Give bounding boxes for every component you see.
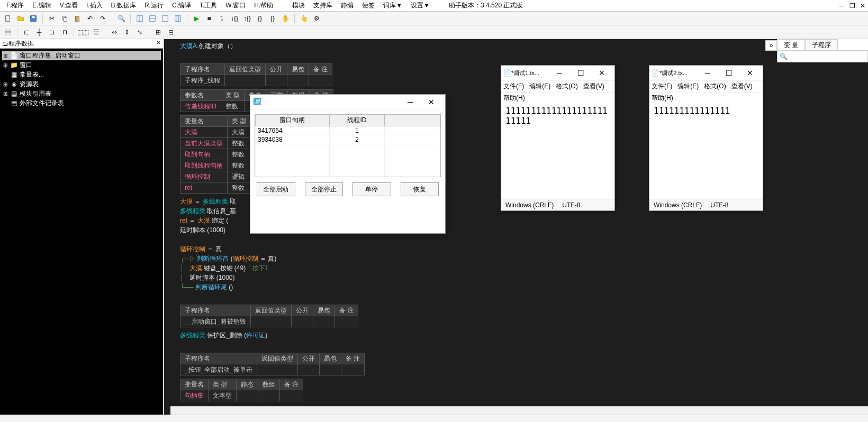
step-into-icon[interactable]: ↓{} xyxy=(229,13,240,24)
notepad2-titlebar[interactable]: 📄 *调试2.tx... ─ ☐ ✕ xyxy=(649,66,763,80)
minimize-icon[interactable]: ─ xyxy=(837,1,846,11)
tab-subs[interactable]: 子程序 xyxy=(805,39,838,50)
menu-dict[interactable]: 词库▼ xyxy=(379,0,406,11)
menu-edit[interactable]: E.编辑 xyxy=(28,0,55,11)
menu-support[interactable]: 支持库 xyxy=(309,0,337,11)
tree-item-moduleref[interactable]: ⊞ ▤ 模块引用表 xyxy=(2,89,161,98)
dialog-minimize-icon[interactable]: ─ xyxy=(400,95,421,109)
size-h-icon[interactable]: ⇕ xyxy=(121,26,133,38)
notepad1-body[interactable]: 1111111111111111111111111 xyxy=(501,104,614,199)
notepad-menu-edit[interactable]: 编辑(E) xyxy=(677,82,699,91)
table-row[interactable]: 39340382 xyxy=(256,135,440,144)
notepad1-maximize-icon[interactable]: ☐ xyxy=(570,66,591,80)
layout4-icon[interactable] xyxy=(172,13,184,24)
stop-all-button[interactable]: 全部停止 xyxy=(305,182,343,196)
layout2-icon[interactable] xyxy=(147,13,158,24)
center-v-icon[interactable]: ⊟ xyxy=(165,26,177,38)
align-top-icon[interactable]: ⊓ xyxy=(59,26,70,38)
align1-icon[interactable] xyxy=(2,26,14,38)
tree-expand-icon[interactable]: ⊞ xyxy=(3,53,10,59)
notepad-menu-view[interactable]: 查看(V) xyxy=(731,82,753,91)
dialog-titlebar[interactable]: 易 ─ ✕ xyxy=(250,95,445,109)
layout3-icon[interactable] xyxy=(159,13,171,24)
layout1-icon[interactable] xyxy=(134,13,146,24)
notepad2-close-icon[interactable]: ✕ xyxy=(739,66,761,80)
notepad-menu-edit[interactable]: 编辑(E) xyxy=(529,82,550,91)
center-h-icon[interactable]: ⊞ xyxy=(152,26,164,38)
notepad2-minimize-icon[interactable]: ─ xyxy=(697,66,718,80)
notepad2-body[interactable]: 111111111111111 xyxy=(649,104,763,199)
notepad-menu-help[interactable]: 帮助(H) xyxy=(652,94,673,103)
gear-icon[interactable]: ⚙ xyxy=(311,13,322,24)
table-row[interactable]: 34176541 xyxy=(256,126,440,135)
menu-help[interactable]: H.帮助 xyxy=(250,0,277,11)
menu-static[interactable]: 静编 xyxy=(337,0,358,11)
menu-run[interactable]: R.运行 xyxy=(140,0,168,11)
paste-icon[interactable] xyxy=(71,13,83,24)
step-out-icon[interactable]: ↑{} xyxy=(241,13,253,24)
menu-database[interactable]: B.数据库 xyxy=(107,0,140,11)
notepad1-titlebar[interactable]: 📄 *调试1.tx... ─ ☐ ✕ xyxy=(501,66,614,80)
redo-icon[interactable]: ↷ xyxy=(97,13,108,24)
tree-item-const[interactable]: ▦ 常量表... xyxy=(2,70,161,79)
tree-expand-icon[interactable]: ⊞ xyxy=(3,62,10,68)
tree-expand-icon[interactable]: ⊞ xyxy=(3,81,10,87)
cut-icon[interactable]: ✂ xyxy=(46,13,58,24)
menu-compile[interactable]: C.编译 xyxy=(168,0,195,11)
notepad-menu-help[interactable]: 帮助(H) xyxy=(503,94,525,103)
menu-window[interactable]: W.窗口 xyxy=(221,0,250,11)
menu-program[interactable]: F.程序 xyxy=(2,0,28,11)
align-right-icon[interactable]: ⊐ xyxy=(46,26,58,38)
close-icon[interactable]: ✕ xyxy=(858,1,867,11)
tree-expand-icon[interactable]: ⊞ xyxy=(3,91,10,97)
hand-icon[interactable]: ✋ xyxy=(279,13,291,24)
tree-item-window[interactable]: ⊞ 📁 窗口 xyxy=(2,60,161,70)
notepad-menu-file[interactable]: 文件(F) xyxy=(652,82,672,91)
horizontal-scrollbar[interactable] xyxy=(170,406,868,415)
tool1-icon[interactable]: 👆 xyxy=(298,13,310,24)
open-file-icon[interactable] xyxy=(15,13,26,24)
align-left-icon[interactable]: ⊏ xyxy=(21,26,32,38)
dialog-close-icon[interactable]: ✕ xyxy=(421,95,442,109)
run-icon[interactable]: ▶ xyxy=(191,13,202,24)
menu-note[interactable]: 便签 xyxy=(358,0,379,11)
resume-button[interactable]: 恢复 xyxy=(401,182,439,196)
size-w-icon[interactable]: ⇔ xyxy=(108,26,120,38)
notepad1-close-icon[interactable]: ✕ xyxy=(591,66,612,80)
step-over-icon[interactable]: ⤵ xyxy=(216,13,228,24)
notepad-menu-view[interactable]: 查看(V) xyxy=(583,82,604,91)
find-icon[interactable]: 🔍 xyxy=(115,13,127,24)
menu-insert[interactable]: I.插入 xyxy=(82,0,107,11)
menu-module[interactable]: 模块 xyxy=(288,0,309,11)
tree-item-extfile[interactable]: ▤ 外部文件记录表 xyxy=(2,98,161,108)
notepad-menu-format[interactable]: 格式(O) xyxy=(556,82,577,91)
stop-icon[interactable]: ■ xyxy=(203,13,215,24)
tab-variables[interactable]: 变 量 xyxy=(777,39,805,50)
tree-item-winprogset[interactable]: ⊞ 📄 窗口程序集_启动窗口 xyxy=(2,51,161,60)
breakpoint2-icon[interactable]: {} xyxy=(267,13,278,24)
dist-v-icon[interactable]: ☷ xyxy=(90,26,102,38)
right-collapse-button[interactable]: » xyxy=(765,40,777,51)
notepad2-maximize-icon[interactable]: ☐ xyxy=(718,66,739,80)
notepad-menu-format[interactable]: 格式(O) xyxy=(704,82,726,91)
panel-close-icon[interactable]: ✕ xyxy=(155,40,162,45)
maximize-icon[interactable]: ❐ xyxy=(847,1,857,11)
menu-view[interactable]: V.查看 xyxy=(56,0,82,11)
dialog-table-wrap[interactable]: 窗口句柄线程ID 34176541 39340382 xyxy=(255,114,441,177)
copy-icon[interactable] xyxy=(59,13,70,24)
size-both-icon[interactable]: ⤡ xyxy=(134,26,146,38)
new-file-icon[interactable] xyxy=(2,13,14,24)
dist-h-icon[interactable]: ⬚⬚ xyxy=(77,26,89,38)
right-search[interactable]: 🔍 xyxy=(777,51,868,62)
single-stop-button[interactable]: 单停 xyxy=(352,182,391,196)
undo-icon[interactable]: ↶ xyxy=(84,13,96,24)
align-center-icon[interactable]: ┼ xyxy=(33,26,45,38)
breakpoint-icon[interactable]: {} xyxy=(254,13,266,24)
start-all-button[interactable]: 全部启动 xyxy=(257,182,295,196)
save-icon[interactable] xyxy=(28,13,39,24)
menu-settings[interactable]: 设置▼ xyxy=(406,0,434,11)
tree-item-resource[interactable]: ⊞ ◈ 资源表 xyxy=(2,79,161,89)
notepad-menu-file[interactable]: 文件(F) xyxy=(503,82,524,91)
menu-tools[interactable]: T.工具 xyxy=(195,0,221,11)
notepad1-minimize-icon[interactable]: ─ xyxy=(549,66,570,80)
